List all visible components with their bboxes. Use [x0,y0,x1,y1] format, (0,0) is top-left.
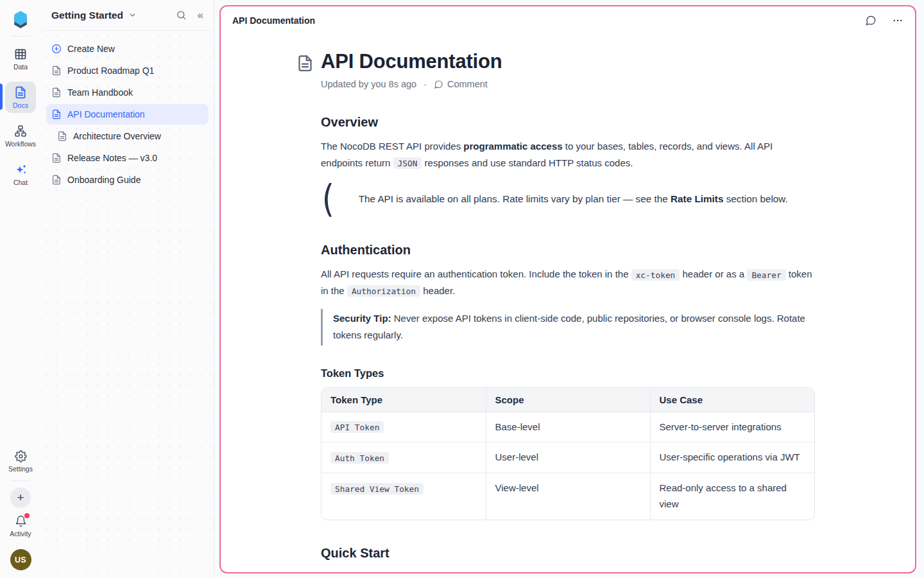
authentication-paragraph: All API requests require an authenticati… [321,266,815,299]
cell-scope: Base-level [486,412,650,442]
document-icon [51,87,62,98]
section-heading-token-types: Token Types [321,367,815,380]
rail-divider [11,36,30,37]
section-heading-overview: Overview [321,115,815,130]
rail-item-label: Settings [8,465,33,473]
rail-item-workflows[interactable]: Workflows [5,120,36,152]
cell-token-type: Auth Token [321,442,486,473]
rail-item-label: Chat [13,179,28,186]
cell-token-type: Shared View Token [321,473,486,520]
inline-code: Bearer [747,269,785,281]
table-row: API Token Base-level Server-to-server in… [321,412,814,442]
overview-paragraph: The NocoDB REST API provides programmati… [321,138,815,171]
notification-badge [24,513,30,518]
document-icon [296,55,314,72]
section-heading-quick-start: Quick Start [321,546,815,561]
table-grid-icon [14,48,27,60]
rail-item-data[interactable]: Data [5,43,36,74]
sidebar-item-product-roadmap[interactable]: Product Roadmap Q1 [46,60,209,81]
sidebar-doc-list: Create New Product Roadmap Q1 Team Handb… [41,31,214,199]
avatar-initials: US [15,556,26,565]
table-row: Auth Token User-level User-specific oper… [321,442,814,473]
inline-code: xc-token [631,269,680,281]
sidebar-item-create-new[interactable]: Create New [46,39,209,59]
rail-item-label: Workflows [5,140,36,148]
rail-bottom-cluster: Settings + Activity US [5,446,36,570]
cell-use-case: Server-to-server integrations [650,412,814,442]
workspace-name: Getting Started [51,10,123,21]
more-options-icon[interactable] [892,15,903,26]
rail-item-chat[interactable]: Chat [5,159,36,190]
app-logo[interactable] [8,6,33,32]
bell-icon [15,515,27,527]
sidebar-item-label: Team Handbook [67,87,133,98]
section-heading-authentication: Authentication [321,243,815,258]
plus-circle-icon [51,44,62,54]
sidebar-item-label: Architecture Overview [73,131,161,141]
chevron-down-icon [128,11,137,19]
comment-bubble-icon [434,80,443,89]
rail-item-activity[interactable]: Activity [5,511,36,541]
panel-header: API Documentation [219,5,916,36]
panel-title: API Documentation [232,15,315,26]
document-icon [51,66,62,76]
document-icon [51,175,62,185]
cell-use-case: Read-only access to a shared view [650,473,814,520]
rail-item-label: Data [13,63,28,71]
inline-code: JSON [393,157,422,169]
document-icon [14,86,27,99]
overview-quote: The API is available on all plans. Rate … [321,181,815,217]
add-workspace-button[interactable]: + [10,487,31,508]
document-icon [57,131,67,141]
document-title-row: API Documentation [321,50,815,73]
collapse-sidebar-icon[interactable]: « [198,10,203,21]
table-header-row: Token Type Scope Use Case [321,388,814,412]
rail-divider [11,480,30,481]
document-icon [51,109,62,119]
sidebar-item-label: API Documentation [67,109,145,119]
comment-label: Comment [447,79,488,89]
sidebar-item-label: Create New [67,44,115,54]
column-header: Use Case [650,388,814,412]
sparkles-icon [14,163,27,176]
document-scroll-area[interactable]: API Documentation Updated by you 8s ago … [219,36,916,573]
cell-token-type: API Token [321,412,486,442]
document-panel: API Documentation [219,5,916,573]
document-meta: Updated by you 8s ago · Comment [321,79,815,89]
plus-icon: + [17,491,24,505]
table-row: Shared View Token View-level Read-only a… [321,473,814,520]
page-title: API Documentation [321,50,815,73]
rail-item-docs[interactable]: Docs [5,82,36,113]
user-avatar[interactable]: US [10,549,31,570]
rail-item-settings[interactable]: Settings [5,446,36,477]
sidebar-item-api-documentation[interactable]: API Documentation [46,104,209,125]
sidebar-item-team-handbook[interactable]: Team Handbook [46,82,209,103]
cell-scope: User-level [486,442,650,473]
sidebar-item-onboarding-guide[interactable]: Onboarding Guide [46,170,209,190]
rail-item-label: Activity [10,530,31,538]
comment-bubble-icon[interactable] [865,15,877,26]
quick-start-intro: Follow these steps to make your first AP… [321,569,815,574]
document-icon [51,153,62,163]
column-header: Scope [486,388,650,412]
cell-use-case: User-specific operations via JWT [650,442,814,473]
updated-timestamp: Updated by you 8s ago [321,79,416,89]
sidebar-item-release-notes[interactable]: Release Notes — v3.0 [46,148,209,168]
inline-code: Authorization [347,285,420,297]
cell-scope: View-level [486,473,650,520]
gear-icon [15,450,27,462]
workspace-switcher[interactable]: Getting Started [51,10,137,21]
search-icon[interactable] [176,10,187,21]
security-tip-callout: Security Tip: Never expose API tokens in… [321,309,815,346]
main-area: API Documentation [214,0,924,578]
document-body: API Documentation Updated by you 8s ago … [321,36,815,573]
meta-separator: · [424,79,427,89]
sidebar-item-label: Onboarding Guide [67,175,141,185]
docs-sidebar: Getting Started « Create New [41,0,214,578]
rail-item-label: Docs [13,101,28,109]
sidebar-item-architecture-overview[interactable]: Architecture Overview [46,126,209,146]
comment-button[interactable]: Comment [434,79,488,89]
sidebar-item-label: Release Notes — v3.0 [67,153,157,163]
sidebar-header: Getting Started « [41,0,214,31]
sidebar-item-label: Product Roadmap Q1 [67,66,154,76]
